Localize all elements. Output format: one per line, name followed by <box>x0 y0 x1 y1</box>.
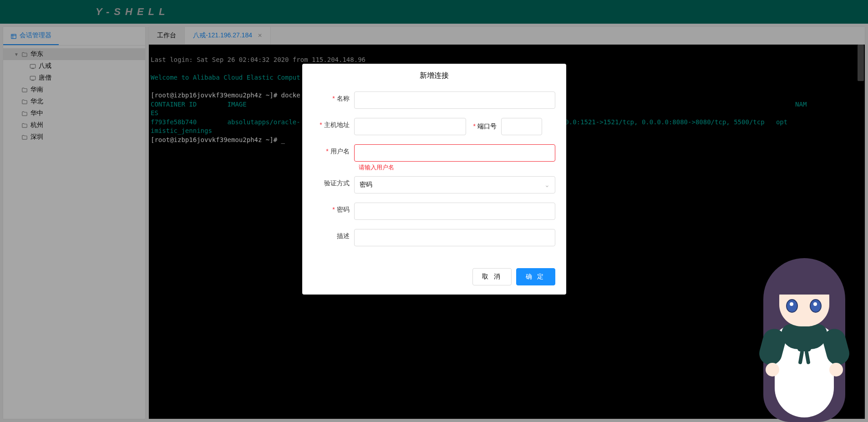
label-user: 用户名 <box>313 144 354 156</box>
tree-item-huabei[interactable]: 华北 <box>3 96 145 107</box>
close-icon[interactable]: ✕ <box>258 32 262 39</box>
caret-down-icon: ▼ <box>14 52 19 57</box>
tree-label: 唐僧 <box>39 74 51 82</box>
input-name[interactable] <box>354 92 555 109</box>
input-port[interactable] <box>501 118 542 135</box>
input-desc[interactable] <box>354 229 555 246</box>
tree-label: 深圳 <box>30 133 43 141</box>
terminal-line: ES <box>151 109 158 117</box>
folder-icon <box>21 98 28 105</box>
tree-item-huadong[interactable]: ▼ 华东 <box>3 48 145 60</box>
sidebar-tab-label: 会话管理器 <box>20 31 51 40</box>
input-password[interactable] <box>354 203 555 220</box>
terminal-cursor: _ <box>281 136 285 143</box>
folder-icon <box>21 133 28 141</box>
tree-item-bajie[interactable]: 八戒 <box>3 60 145 72</box>
label-password: 密码 <box>313 203 354 214</box>
modal-title: 新增连接 <box>302 64 566 88</box>
label-host: 主机地址 <box>313 118 354 129</box>
folder-icon <box>21 86 28 93</box>
tab-session-bajie[interactable]: 八戒-121.196.27.184 ✕ <box>185 27 271 44</box>
tree-item-huazhong[interactable]: 华中 <box>3 107 145 119</box>
terminal-line: f793fe58b740 absolutapps/oracle- <box>151 118 300 126</box>
terminal-prompt: [root@izbp16jovvkf39emou2ph4z ~]# <box>151 136 281 143</box>
session-tree: ▼ 华东 八戒 唐僧 华南 华北 <box>3 46 145 419</box>
tree-label: 华北 <box>30 97 43 106</box>
input-host[interactable] <box>354 118 466 135</box>
tab-label: 八戒-121.196.27.184 <box>193 31 252 39</box>
terminal-icon <box>30 74 36 81</box>
label-port: 端口号 <box>473 122 501 131</box>
terminal-icon <box>30 62 36 70</box>
terminal-line: [root@izbp16jovvkf39emou2ph4z ~]# docke <box>151 92 300 99</box>
mascot-character <box>754 240 854 422</box>
tree-label: 八戒 <box>39 62 51 70</box>
terminal-line: Last login: Sat Sep 26 02:04:32 2020 fro… <box>151 56 365 63</box>
terminal-line: 0.0.0.0:1521->1521/tcp, 0.0.0.0:8080->80… <box>550 118 788 126</box>
tab-label: 工作台 <box>157 31 176 39</box>
tree-label: 华东 <box>30 50 43 58</box>
sidebar-tab-sessions[interactable]: 会话管理器 <box>3 27 59 45</box>
label-desc: 描述 <box>313 229 354 240</box>
sidebar-tabs: 会话管理器 <box>3 27 145 46</box>
svg-rect-3 <box>30 64 36 68</box>
app-title: Y-SHELL <box>96 6 169 18</box>
tree-item-hangzhou[interactable]: 杭州 <box>3 119 145 131</box>
modal-body: 名称 主机地址 端口号 用户名 请输入用户名 验证方式 密码 ⌄ <box>302 88 566 263</box>
chevron-down-icon: ⌄ <box>544 181 550 188</box>
tree-item-tangseng[interactable]: 唐僧 <box>3 72 145 84</box>
tree-label: 华南 <box>30 86 43 94</box>
app-header: Y-SHELL <box>0 0 868 24</box>
error-user: 请输入用户名 <box>313 163 555 172</box>
tree-label: 华中 <box>30 109 43 117</box>
svg-rect-0 <box>11 35 16 39</box>
select-auth[interactable]: 密码 ⌄ <box>354 176 555 193</box>
select-auth-value: 密码 <box>360 181 372 189</box>
tab-workspace[interactable]: 工作台 <box>149 27 185 44</box>
svg-rect-5 <box>30 76 36 80</box>
sessions-icon <box>10 32 17 39</box>
folder-icon <box>21 122 28 129</box>
terminal-line: CONTAINER ID IMAGE <box>151 101 247 108</box>
label-name: 名称 <box>313 92 354 103</box>
sidebar: 会话管理器 ▼ 华东 八戒 唐僧 华南 <box>3 26 146 419</box>
folder-icon <box>21 51 28 58</box>
modal-footer: 取 消 确 定 <box>302 263 566 295</box>
folder-icon <box>21 110 28 117</box>
terminal-line: imistic_jennings <box>151 127 212 134</box>
cancel-button[interactable]: 取 消 <box>472 268 512 285</box>
confirm-button[interactable]: 确 定 <box>516 268 555 285</box>
label-auth: 验证方式 <box>313 176 354 188</box>
modal-new-connection: 新增连接 名称 主机地址 端口号 用户名 请输入用户名 验证方式 密码 <box>302 64 566 295</box>
tree-item-shenzhen[interactable]: 深圳 <box>3 131 145 143</box>
scrollbar-thumb[interactable] <box>858 45 864 81</box>
tree-label: 杭州 <box>30 121 43 129</box>
terminal-line: Welcome to Alibaba Cloud Elastic Comput <box>151 74 300 81</box>
input-user[interactable] <box>354 144 555 162</box>
tree-item-huanan[interactable]: 华南 <box>3 84 145 96</box>
content-tabs: 工作台 八戒-121.196.27.184 ✕ <box>149 27 865 45</box>
terminal-line: PORTS NAM <box>546 101 807 108</box>
